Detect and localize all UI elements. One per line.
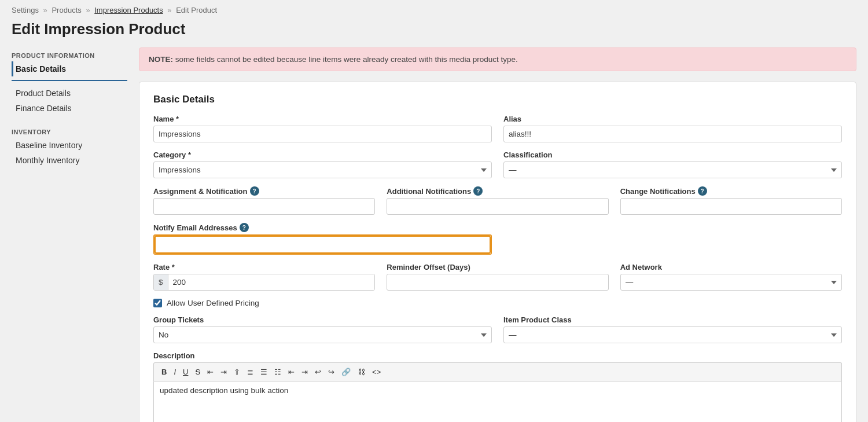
form-card: Basic Details Name * Alias [139, 82, 856, 422]
breadcrumb-sep-3: » [167, 6, 174, 14]
group-tickets-select[interactable]: No [153, 326, 492, 343]
assignment-group: Assignment & Notification ? [153, 186, 375, 215]
notify-email-group: Notify Email Addresses ? [153, 223, 492, 255]
note-prefix: NOTE: [149, 55, 173, 64]
description-toolbar: B I U S ⇤ ⇥ ⇧ ≣ ☰ ☷ ⇤ ⇥ ↩ ↪ 🔗 [153, 362, 842, 381]
classification-label: Classification [503, 151, 842, 159]
rate-prefix: $ [154, 274, 168, 290]
sidebar-product-info-title: PRODUCT INFORMATION [12, 47, 127, 61]
category-classification-row: Category * Impressions Classification — [153, 151, 842, 178]
basic-details-heading: Basic Details [153, 94, 842, 105]
item-product-class-select[interactable]: — [503, 326, 842, 343]
toolbar-ul[interactable]: ☰ [258, 366, 270, 378]
rate-input-wrapper: $ [153, 274, 375, 291]
notify-email-row: Notify Email Addresses ? [153, 223, 842, 255]
ad-network-select[interactable]: — [620, 274, 842, 291]
ad-network-group: Ad Network — [620, 263, 842, 291]
page-wrapper: Settings » Products » Impression Product… [0, 0, 868, 422]
toolbar-align-center[interactable]: ⇥ [218, 366, 230, 378]
category-group: Category * Impressions [153, 151, 492, 178]
reminder-offset-input[interactable] [387, 274, 608, 291]
toolbar-bold[interactable]: B [159, 366, 170, 378]
classification-group: Classification — [503, 151, 842, 178]
breadcrumb-products: Products [52, 6, 81, 14]
additional-notif-help-icon[interactable]: ? [473, 186, 483, 196]
toolbar-unlink[interactable]: ⛓ [355, 366, 368, 378]
item-product-class-label: Item Product Class [503, 315, 842, 324]
breadcrumb-impression-products[interactable]: Impression Products [94, 6, 163, 14]
rate-reminder-adnetwork-row: Rate * $ Reminder Offset (Days) [153, 263, 842, 291]
description-label: Description [153, 351, 842, 360]
category-label: Category * [153, 151, 492, 159]
allow-pricing-checkbox[interactable] [153, 299, 162, 307]
change-notif-group: Change Notifications ? [620, 186, 842, 215]
toolbar-italic[interactable]: I [171, 366, 179, 378]
group-tickets-label: Group Tickets [153, 315, 492, 324]
toolbar-strikethrough[interactable]: S [192, 366, 203, 378]
sidebar-item-finance-details[interactable]: Finance Details [12, 101, 127, 116]
toolbar-align-left[interactable]: ⇤ [204, 366, 216, 378]
name-input[interactable] [153, 126, 492, 142]
notify-email-help-icon[interactable]: ? [240, 223, 249, 232]
rate-label: Rate * [153, 263, 375, 271]
notify-email-input-wrapper [153, 234, 492, 255]
assignment-input[interactable] [153, 198, 375, 215]
toolbar-underline[interactable]: U [180, 366, 191, 378]
description-content[interactable]: updated description using bulk action [153, 381, 842, 422]
toolbar-indent-more[interactable]: ⇥ [299, 366, 311, 378]
alias-label: Alias [503, 115, 842, 123]
ad-network-label: Ad Network [620, 263, 842, 271]
rate-group: Rate * $ [153, 263, 375, 291]
alias-group: Alias [503, 115, 842, 142]
allow-pricing-label: Allow User Defined Pricing [167, 299, 259, 307]
classification-select[interactable]: — [503, 162, 842, 178]
sidebar-item-monthly-inventory[interactable]: Monthly Inventory [12, 153, 127, 168]
change-notif-help-icon[interactable]: ? [698, 186, 707, 196]
content-area: NOTE: some fields cannot be edited becau… [139, 47, 856, 422]
group-tickets-group: Group Tickets No [153, 315, 492, 343]
toolbar-link[interactable]: 🔗 [339, 366, 354, 378]
breadcrumb-settings: Settings [12, 6, 39, 14]
page-title: Edit Impression Product [0, 20, 868, 47]
toolbar-undo[interactable]: ↩ [312, 366, 324, 378]
name-alias-row: Name * Alias [153, 115, 842, 142]
toolbar-align-right[interactable]: ⇧ [231, 366, 243, 378]
name-label: Name * [153, 115, 492, 123]
group-tickets-row: Group Tickets No Item Product Class — [153, 315, 842, 343]
breadcrumb: Settings » Products » Impression Product… [0, 0, 868, 20]
toolbar-source[interactable]: <> [369, 366, 384, 378]
breadcrumb-edit-product: Edit Product [176, 6, 217, 14]
rate-input[interactable] [168, 274, 375, 290]
sidebar: PRODUCT INFORMATION Basic Details Produc… [12, 47, 127, 422]
additional-notif-input[interactable] [387, 198, 608, 215]
change-notif-label: Change Notifications ? [620, 186, 842, 196]
sidebar-item-baseline-inventory[interactable]: Baseline Inventory [12, 138, 127, 153]
notify-email-input[interactable] [155, 236, 491, 254]
main-layout: PRODUCT INFORMATION Basic Details Produc… [0, 47, 868, 422]
alias-input[interactable] [503, 126, 842, 142]
allow-pricing-row: Allow User Defined Pricing [153, 299, 842, 307]
toolbar-ol[interactable]: ☷ [271, 366, 284, 378]
additional-notif-group: Additional Notifications ? [387, 186, 608, 215]
change-notif-input[interactable] [620, 198, 842, 215]
category-select[interactable]: Impressions [153, 162, 492, 178]
toolbar-redo[interactable]: ↪ [325, 366, 337, 378]
additional-notif-label: Additional Notifications ? [387, 186, 608, 196]
breadcrumb-sep-1: » [43, 6, 50, 14]
sidebar-inventory-title: INVENTORY [12, 124, 127, 138]
assignment-help-icon[interactable]: ? [250, 186, 259, 196]
sidebar-item-product-details[interactable]: Product Details [12, 86, 127, 101]
note-text: some fields cannot be edited because lin… [175, 55, 518, 64]
item-product-class-group: Item Product Class — [503, 315, 842, 343]
notifications-row: Assignment & Notification ? Additional N… [153, 186, 842, 215]
assignment-label: Assignment & Notification ? [153, 186, 375, 196]
reminder-offset-label: Reminder Offset (Days) [387, 263, 608, 271]
sidebar-item-basic-details[interactable]: Basic Details [12, 61, 127, 76]
name-group: Name * [153, 115, 492, 142]
sidebar-divider [12, 80, 127, 81]
description-group: Description B I U S ⇤ ⇥ ⇧ ≣ ☰ ☷ ⇤ [153, 351, 842, 422]
reminder-offset-group: Reminder Offset (Days) [387, 263, 608, 291]
toolbar-align-justify[interactable]: ≣ [244, 366, 256, 378]
notify-email-label: Notify Email Addresses ? [153, 223, 492, 232]
toolbar-indent-less[interactable]: ⇤ [285, 366, 297, 378]
